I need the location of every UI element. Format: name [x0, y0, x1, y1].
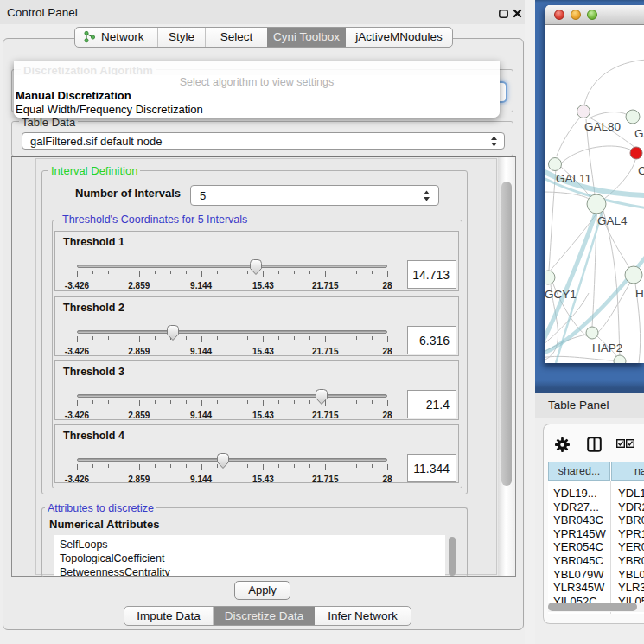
svg-text:HAP2: HAP2 [592, 341, 622, 354]
svg-text:GCY1: GCY1 [545, 288, 577, 301]
svg-text:GAL4: GAL4 [597, 214, 628, 227]
svg-text:C: C [638, 164, 644, 177]
svg-text:H: H [635, 287, 644, 300]
svg-text:GAL80: GAL80 [584, 120, 621, 133]
svg-text:GAL11: GAL11 [556, 172, 591, 185]
svg-text:GA: GA [634, 127, 644, 140]
